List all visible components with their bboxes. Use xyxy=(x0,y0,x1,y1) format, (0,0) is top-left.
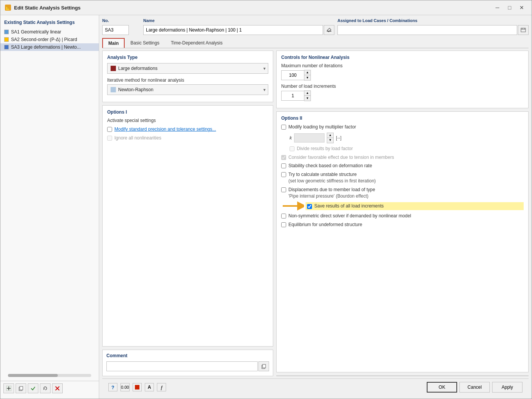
assigned-browse-button[interactable] xyxy=(518,25,529,35)
value-button[interactable]: 0.00 xyxy=(120,383,130,391)
options-ii-title: Options II xyxy=(281,116,524,121)
maximize-button[interactable]: □ xyxy=(504,3,515,12)
checkbox-displacements-sub: 'Pipe internal pressure' (Bourdon effect… xyxy=(288,193,368,199)
checkbox-equilibrium[interactable] xyxy=(281,222,286,227)
tab-main[interactable]: Main xyxy=(102,38,125,48)
cancel-button[interactable]: Cancel xyxy=(459,382,490,393)
add-item-button[interactable] xyxy=(3,383,14,393)
checkbox-stability[interactable] xyxy=(281,163,286,168)
sidebar-item-sa2[interactable]: SA2 Second-order (P-Δ) | Picard xyxy=(0,36,99,43)
assigned-block: Assigned to Load Cases / Combinations xyxy=(337,18,529,35)
bottom-bar: ? 0.00 A ƒ OK Cancel Apply xyxy=(102,378,529,396)
k-input[interactable] xyxy=(294,133,325,142)
apply-button[interactable]: Apply xyxy=(492,382,522,393)
no-block: No. xyxy=(102,18,140,35)
max-iter-down[interactable]: ▼ xyxy=(304,75,310,80)
sidebar-item-sa3[interactable]: SA3 Large deformations | Newto... xyxy=(0,43,99,51)
k-up[interactable]: ▲ xyxy=(327,133,333,138)
save-results-container: Save results of all load increments xyxy=(281,201,524,211)
refresh-item-button[interactable] xyxy=(40,383,51,393)
checkbox-favorable[interactable] xyxy=(281,155,286,160)
checkbox-nonlinear-row: Ignore all nonlinearities xyxy=(107,135,268,141)
iterative-method-select[interactable]: Newton-Raphson ▼ xyxy=(107,84,268,95)
window-title: Edit Static Analysis Settings xyxy=(14,5,489,11)
max-iter-row: Maximum number of iterations ▲ ▼ xyxy=(281,63,524,81)
sidebar-item-sa1[interactable]: SA1 Geometrically linear xyxy=(0,28,99,36)
max-iter-spinbox: ▲ ▼ xyxy=(281,70,524,81)
checkbox-nonsymmetric-row: Non-symmetric direct solver if demanded … xyxy=(281,213,524,219)
analysis-type-row: Large deformations ▼ xyxy=(107,63,268,74)
checkbox-nonsymmetric[interactable] xyxy=(281,214,286,218)
comment-input[interactable] xyxy=(106,361,258,371)
comment-section: Comment xyxy=(102,350,273,376)
copy-item-button[interactable] xyxy=(16,383,26,393)
delete-item-button[interactable] xyxy=(52,383,63,393)
k-unit: [--] xyxy=(336,135,342,141)
minimize-button[interactable]: ─ xyxy=(492,3,503,12)
checkbox-nonsymmetric-label: Non-symmetric direct solver if demanded … xyxy=(288,213,411,219)
function-button[interactable]: ƒ xyxy=(157,383,166,391)
analysis-type-select[interactable]: Large deformations ▼ xyxy=(107,63,268,74)
top-fields-row: No. Name Assigned to Load Cases / Combin… xyxy=(102,18,529,35)
iterative-method-label: Iterative method for nonlinear analysis xyxy=(107,78,268,83)
right-panel: No. Name Assigned to Load Cases / Combin… xyxy=(99,15,532,399)
tab-time-dependent[interactable]: Time-Dependent Analysis xyxy=(165,38,228,48)
checkbox-modify[interactable] xyxy=(281,125,286,130)
num-load-input[interactable] xyxy=(281,91,304,101)
close-button[interactable]: ✕ xyxy=(516,3,527,12)
k-label: k xyxy=(290,135,292,141)
name-input[interactable] xyxy=(143,25,323,35)
activate-label: Activate special settings xyxy=(107,118,268,123)
checkbox-divide-label: Divide results by load factor xyxy=(297,146,353,152)
sa1-label: SA1 Geometrically linear xyxy=(11,29,61,35)
name-block: Name xyxy=(143,18,334,35)
sidebar: Existing Static Analysis Settings SA1 Ge… xyxy=(0,15,99,399)
name-edit-button[interactable] xyxy=(324,25,334,35)
num-load-row: Number of load increments ▲ ▼ xyxy=(281,84,524,101)
sa3-label: SA3 Large deformations | Newto... xyxy=(11,44,81,50)
text-button[interactable]: A xyxy=(145,383,154,391)
name-input-group xyxy=(143,25,334,35)
checkbox-unstable[interactable] xyxy=(281,172,286,177)
sidebar-header: Existing Static Analysis Settings xyxy=(0,18,99,28)
main-window: 📐 Edit Static Analysis Settings ─ □ ✕ Ex… xyxy=(0,0,532,399)
right-content: Controls for Nonlinear Analysis Maximum … xyxy=(276,51,529,376)
no-input[interactable] xyxy=(102,25,129,35)
max-iter-input[interactable] xyxy=(281,70,304,80)
checkbox-precision[interactable] xyxy=(107,127,112,132)
checkbox-precision-label[interactable]: Modify standard precision and tolerance … xyxy=(114,126,216,133)
assigned-input[interactable] xyxy=(337,25,517,35)
checkbox-nonlinear[interactable] xyxy=(107,136,112,141)
analysis-type-arrow: ▼ xyxy=(263,66,266,71)
help-button[interactable]: ? xyxy=(108,383,117,391)
red-square-button[interactable] xyxy=(133,383,142,391)
comment-input-group xyxy=(106,361,269,371)
num-load-up[interactable]: ▲ xyxy=(304,91,310,96)
k-down[interactable]: ▼ xyxy=(327,138,333,143)
checkbox-save-label: Save results of all load increments xyxy=(314,203,384,209)
checkbox-displacements-label: Displacements due to member load of type… xyxy=(288,187,375,200)
controls-section: Controls for Nonlinear Analysis Maximum … xyxy=(276,51,529,108)
max-iter-up[interactable]: ▲ xyxy=(304,70,310,75)
iterative-method-row: Iterative method for nonlinear analysis … xyxy=(107,78,268,95)
window-controls: ─ □ ✕ xyxy=(492,3,527,12)
tab-basic-settings[interactable]: Basic Settings xyxy=(125,38,165,48)
assigned-input-group xyxy=(337,25,529,35)
checkbox-displacements[interactable] xyxy=(281,187,286,192)
checkbox-modify-label: Modify loading by multiplier factor xyxy=(288,124,356,130)
assigned-label: Assigned to Load Cases / Combinations xyxy=(337,18,529,23)
sa2-color xyxy=(4,37,9,42)
checkbox-save-row: Save results of all load increments xyxy=(306,202,524,210)
options-i-section: Options I Activate special settings Modi… xyxy=(102,105,273,347)
num-load-down[interactable]: ▼ xyxy=(304,96,310,101)
checkbox-favorable-label: Consider favorable effect due to tension… xyxy=(288,154,394,161)
analysis-type-title: Analysis Type xyxy=(107,55,268,60)
checkbox-save[interactable] xyxy=(307,204,312,209)
num-load-label: Number of load increments xyxy=(281,84,524,89)
ok-button[interactable]: OK xyxy=(427,382,457,393)
confirm-item-button[interactable] xyxy=(28,383,38,393)
num-load-spinner: ▲ ▼ xyxy=(304,90,311,101)
checkbox-divide[interactable] xyxy=(290,146,294,151)
checkbox-nonlinear-label: Ignore all nonlinearities xyxy=(114,135,161,141)
comment-copy-button[interactable] xyxy=(258,361,269,371)
